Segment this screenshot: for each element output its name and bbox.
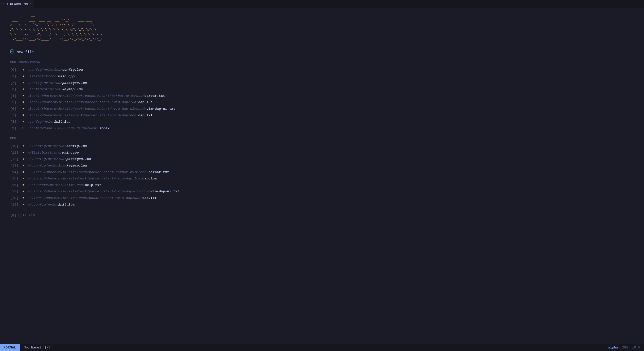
status-alpha-label: alpha <box>608 346 618 349</box>
lua-icon: ● <box>21 119 25 124</box>
file-path: ~/.local/share/nvim/site/pack/packer/sta… <box>27 176 157 181</box>
mru-section1-header: MRU /home/k0ss4 <box>10 60 634 64</box>
lua-icon: ● <box>21 68 25 72</box>
tab-file-icon: ≡ <box>7 2 9 6</box>
file-path: .local/share/nvim/site/pack/packer/start… <box>27 106 175 112</box>
status-bar: NORMAL [No Name] [-] alpha 26% 10:5 <box>0 344 644 351</box>
lua-icon: ● <box>21 87 25 92</box>
file-path: .local/share/nvim/site/pack/packer/start… <box>27 100 153 105</box>
status-modified: [-] <box>45 346 50 349</box>
status-filename: [No Name] <box>20 346 45 349</box>
lua-icon: ● <box>21 157 25 162</box>
file-index: [3] <box>10 87 19 92</box>
txt-icon: ■ <box>21 170 25 175</box>
txt-icon: ■ <box>21 100 25 105</box>
list-item[interactable]: [12] ● ~/.config/nvim/lua/packages.lua <box>10 156 634 162</box>
lua-icon: ● <box>21 163 25 168</box>
file-path: .config/nvim/lua/packages.lua <box>27 80 87 86</box>
unknown-icon: □ <box>21 126 25 131</box>
txt-icon: ■ <box>21 196 25 200</box>
file-path: ~/.local/share/nvim/site/pack/packer/sta… <box>27 195 157 201</box>
quit-label: [q] Quit vim <box>10 213 35 217</box>
tab-filename: README.md <box>10 2 28 6</box>
list-item[interactable]: [8] ● .config/nvim/init.lua <box>10 119 634 125</box>
file-path: ~/.config/nvim/init.lua <box>27 202 75 208</box>
list-item[interactable]: [10] ● ~/.config/nvim/lua/config.lua <box>10 143 634 150</box>
txt-icon: ■ <box>21 113 25 118</box>
file-path: ~/.config/nvim/lua/config.lua <box>27 143 87 149</box>
list-item[interactable]: [19] ● ~/.config/nvim/init.lua <box>10 201 634 208</box>
file-index: [7] <box>10 113 19 118</box>
file-index: [0] <box>10 67 19 73</box>
list-item[interactable]: [13] ● ~/.config/nvim/lua/keymap.lua <box>10 162 634 169</box>
file-path: Blitzbirck/src/main.cpp <box>27 74 75 79</box>
txt-icon: ■ <box>21 183 25 188</box>
file-index: [6] <box>10 106 19 112</box>
list-item[interactable]: [3] ● .config/nvim/lua/keymap.lua <box>10 86 634 93</box>
file-index: [12] <box>10 156 19 162</box>
file-path: .local/share/nvim/site/pack/packer/start… <box>27 93 165 99</box>
status-left: NORMAL [No Name] [-] <box>0 344 50 351</box>
tab-readme[interactable]: 1 ≡ README.md × <box>0 0 34 8</box>
file-path: ~/Blitzbirck/src/main.cpp <box>27 150 79 156</box>
file-index: [10] <box>10 143 19 149</box>
list-item[interactable]: [7] ■ .local/share/nvim/site/pack/packer… <box>10 112 634 119</box>
file-path: ~/.config/nvim/lua/packages.lua <box>27 156 91 162</box>
tab-bar: 1 ≡ README.md × <box>0 0 644 8</box>
list-item[interactable]: [0] ● .config/nvim/lua/config.lua <box>10 67 634 73</box>
mru-section2-list: [10] ● ~/.config/nvim/lua/config.lua [11… <box>10 143 634 208</box>
file-path: ~/.config/nvim/lua/keymap.lua <box>27 163 87 169</box>
status-position: 10:5 <box>632 346 640 349</box>
file-index: [18] <box>10 195 19 201</box>
file-index: [8] <box>10 119 19 125</box>
file-path: .config/Code - OSS/Code Cache/wasm/index <box>27 126 110 131</box>
lua-icon: ● <box>21 81 25 85</box>
file-path: .config/nvim/lua/config.lua <box>27 67 83 73</box>
file-index: [11] <box>10 150 19 156</box>
list-item[interactable]: [5] ■ .local/share/nvim/site/pack/packer… <box>10 99 634 106</box>
lua-icon: ● <box>21 202 25 207</box>
file-index: [2] <box>10 80 19 86</box>
tab-close-button[interactable]: × <box>29 2 31 6</box>
list-item[interactable]: [14] ■ ~/.local/share/nvim/site/pack/pac… <box>10 169 634 176</box>
list-item[interactable]: [4] ■ .local/share/nvim/site/pack/packer… <box>10 93 634 99</box>
file-path: .config/nvim/lua/keymap.lua <box>27 87 83 92</box>
list-item[interactable]: [16] ■ /usr/share/nvim/runtime/doc/help.… <box>10 182 634 189</box>
cpp-icon: ● <box>21 150 25 155</box>
cpp-icon: ● <box>21 74 25 79</box>
ascii-art-logo: __ ___ ___ ___ __ __ /\_\ ___,___ / _ \ … <box>10 13 634 42</box>
file-index: [15] <box>10 176 19 181</box>
list-item[interactable]: [15] ● ~/.local/share/nvim/site/pack/pac… <box>10 175 634 182</box>
status-percent: 26% <box>622 346 628 349</box>
lua-icon: ● <box>21 176 25 181</box>
file-index: [17] <box>10 189 19 194</box>
status-right: alpha 26% 10:5 <box>608 346 644 349</box>
file-index: [19] <box>10 202 19 208</box>
list-item[interactable]: [11] ● ~/Blitzbirck/src/main.cpp <box>10 150 634 156</box>
lua-icon: ● <box>21 144 25 149</box>
list-item[interactable]: [17] ■ ~/.local/share/nvim/site/pack/pac… <box>10 188 634 195</box>
file-path: .config/nvim/init.lua <box>27 119 70 125</box>
new-file-section[interactable]: New file <box>10 49 634 55</box>
file-path: ~/.local/share/nvim/site/pack/packer/sta… <box>27 189 180 194</box>
mode-badge: NORMAL <box>0 344 20 351</box>
tab-number: 1 <box>3 2 5 6</box>
txt-icon: ■ <box>21 94 25 98</box>
file-index: [5] <box>10 100 19 105</box>
txt-icon: ■ <box>21 106 25 111</box>
new-file-label: New file <box>17 50 34 54</box>
list-item[interactable]: [1] ● Blitzbirck/src/main.cpp <box>10 73 634 80</box>
file-index: [1] <box>10 74 19 79</box>
list-item[interactable]: [2] ● .config/nvim/lua/packages.lua <box>10 80 634 86</box>
file-index: [9] <box>10 126 19 131</box>
new-file-icon <box>10 49 14 55</box>
file-index: [13] <box>10 163 19 169</box>
txt-icon: ■ <box>21 189 25 194</box>
file-path: .local/share/nvim/site/pack/packer/start… <box>27 113 153 118</box>
list-item[interactable]: [9] □ .config/Code - OSS/Code Cache/wasm… <box>10 125 634 132</box>
mru-section2-header: MRU <box>10 137 634 140</box>
list-item[interactable]: [18] ■ ~/.local/share/nvim/site/pack/pac… <box>10 195 634 201</box>
list-item[interactable]: [6] ■ .local/share/nvim/site/pack/packer… <box>10 106 634 112</box>
quit-section[interactable]: [q] Quit vim <box>10 213 634 217</box>
mru-section1-list: [0] ● .config/nvim/lua/config.lua [1] ● … <box>10 67 634 132</box>
